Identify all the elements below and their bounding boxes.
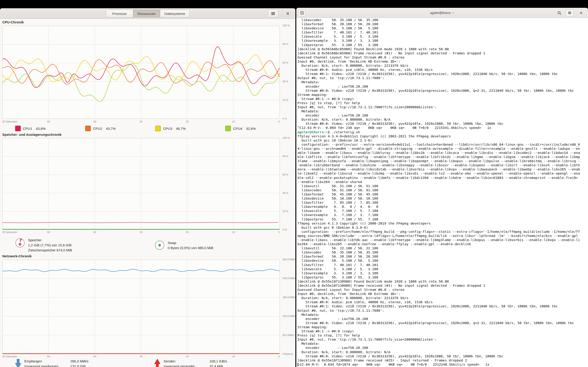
hamburger-icon (271, 12, 275, 15)
memory-section-title: Speicher- und Auslagerungschronik (2, 133, 61, 136)
new-tab-button[interactable] (298, 9, 305, 16)
terminal-line: libavformat 58. 20.100 / 58. 20.100 (297, 22, 588, 26)
terminal-line: built with gcc 10 (Debian 10.2.1-6) (297, 138, 588, 142)
terminal-menu-button[interactable] (565, 9, 574, 16)
terminal-line: Input #0, nut, from 'tcp://10.73.1.11:70… (297, 337, 588, 342)
terminal-line: eora --enable-libtwolame --enable-libvid… (297, 167, 588, 171)
y-axis-label: 240,0 MiB/s (283, 277, 295, 280)
search-button[interactable] (556, 9, 563, 16)
x-axis-label: 30 (140, 231, 142, 234)
send-label: Senden (164, 359, 207, 364)
terminal-line: 3lame --enable-libmysofa --enable-libope… (297, 159, 588, 163)
terminal-line: Duration: N/A, start: 0.000000, bitrate:… (297, 350, 588, 354)
terminal-line: Stream #0:0: Video: v210 (V210 / 0x30313… (297, 89, 588, 93)
terminal-line: libswresample 3. 3.100 / 3. 3.100 (297, 271, 588, 275)
download-arrow-icon (15, 359, 21, 367)
y-axis-label: 60,0 MiB/s (283, 334, 294, 336)
y-axis-label: 100 % (283, 24, 290, 27)
terminal-line: Metadata: (297, 313, 588, 317)
terminal-titlebar[interactable]: agsler@thorrx: ~ (296, 8, 588, 18)
shell-prompt: agsler@thorrx (297, 130, 324, 134)
terminal-line: libavcodec 58. 91.100 / 58. 91.100 (297, 188, 588, 192)
cpu-name: CPU1 (23, 127, 32, 131)
memory-usage-value: 1,2 GiB (7,7%) von 15,6 GiB (28, 243, 72, 248)
x-axis-label: 60 Sekunden (2, 231, 17, 234)
terminal-line: encoder : Lavf58.20.100 (297, 317, 588, 321)
cpu-name: CPU3 (163, 127, 172, 131)
terminal-line: ffplay version 4.3.4-0+deb11u1 Copyright… (297, 134, 588, 138)
y-axis-label: 80 % (283, 43, 288, 45)
view-tab-group: Prozesse Ressourcen Dateisysteme (106, 10, 190, 17)
swap-label: Swap (168, 240, 213, 245)
terminal-line: --enable-libass --enable-libfdk-aac --en… (297, 238, 588, 242)
send-rate: 108,1 KiB/s (209, 359, 227, 364)
terminal-close-button[interactable]: × (578, 10, 584, 16)
hamburger-icon (568, 11, 571, 14)
memory-usage-gauge-icon (15, 238, 25, 248)
upload-arrow-icon (154, 359, 160, 367)
receive-total: 132,0 GiB (70, 364, 88, 367)
terminal-line: Guessed Channel Layout for Input Stream … (297, 55, 588, 59)
close-icon: × (286, 10, 289, 17)
terminal-line: 112.04 M-V: 0.034 fd=1874 aq= 0KB vq= 0K… (297, 362, 588, 367)
terminal-line: Stream #0:0: Video: v210 (V210 / 0x30313… (297, 321, 588, 325)
tab-prozesse[interactable]: Prozesse (106, 10, 133, 17)
cpu-name: CPU4 (233, 127, 242, 131)
x-axis-label: 0 (278, 231, 280, 234)
x-axis-label: 50 (47, 231, 50, 234)
close-icon: × (580, 10, 582, 16)
x-axis-label: 40 (94, 231, 96, 234)
terminal-line: bx264 --enable-libx265 --enable-nonfree … (297, 242, 588, 246)
y-axis-label: 120,0 MiB/s (283, 315, 295, 317)
send-total: 32,4 MiB (209, 364, 227, 367)
desktop: Prozesse Ressourcen Dateisysteme × CPU-C… (0, 0, 588, 367)
y-axis-label: 0 % (283, 117, 287, 120)
terminal-content[interactable]: libavcodec 58. 35.100 / 58. 35.100 libav… (296, 18, 588, 367)
terminal-line: Stream mapping: (297, 325, 588, 329)
terminal-line: [decklink @ 0x55e18f130980] Frame receiv… (297, 358, 588, 362)
y-axis-label: 0 Bytes/s (283, 352, 293, 355)
terminal-line: libswresample 3. 3.100 / 3. 3.100 (297, 39, 588, 43)
terminal-line: Stream mapping: (297, 93, 588, 97)
x-axis-label: 0 (278, 120, 280, 123)
terminal-line: Press [q] to stop, [?] for help (297, 101, 588, 105)
close-button[interactable]: × (284, 10, 291, 17)
search-icon (557, 11, 561, 15)
network-send-legend: Senden 108,1 KiB/s Insgesamt gesendet 32… (154, 359, 227, 367)
terminal-line: libpostproc 55. 3.100 / 55. 3.100 (297, 43, 588, 47)
x-axis-label: 30 (140, 355, 142, 358)
cpu-name: CPU2 (93, 127, 102, 131)
terminal-line: --enable-libx264 --enable-shared (297, 180, 588, 184)
receive-total-label: Insgesamt empfangen (24, 364, 68, 367)
receive-label: Empfangen (24, 359, 68, 364)
y-axis-label: 40 % (283, 192, 288, 194)
tab-dateisysteme[interactable]: Dateisysteme (160, 10, 190, 17)
system-monitor-titlebar[interactable]: Prozesse Ressourcen Dateisysteme × (0, 8, 295, 19)
x-axis-label: 20 (186, 231, 189, 234)
cpu-legend-item-4: CPU432,6% (225, 126, 256, 131)
primary-menu-button[interactable] (268, 10, 278, 17)
tab-ressourcen[interactable]: Ressourcen (133, 10, 160, 17)
terminal-line: libavdevice 58. 5.100 / 58. 5.100 (297, 259, 588, 263)
terminal-line: Duration: N/A, start: 0.000000, bitrate:… (297, 117, 588, 122)
terminal-line: Input #0, decklink, from 'DeckLink HD Ex… (297, 292, 588, 296)
memory-cache-value: Zwischenspeicher 674,0 MiB (28, 248, 72, 253)
y-axis-label: 20 % (283, 99, 288, 101)
cpu-legend-item-2: CPU243,7% (85, 126, 116, 131)
x-axis-label: 20 (186, 355, 189, 358)
memory-chart (2, 138, 280, 230)
x-axis-label: 40 (94, 355, 96, 358)
terminal-window: agsler@thorrx: ~ (296, 8, 588, 367)
y-axis-label: 40 % (283, 80, 288, 83)
terminal-line: libavfilter 7. 85.100 / 7. 85.100 (297, 200, 588, 205)
cpu1-color-swatch (15, 126, 21, 131)
terminal-line: libavdevice 58. 10.100 / 58. 10.100 (297, 196, 588, 200)
x-axis-label: 40 (94, 120, 96, 123)
y-axis-label: 60 % (283, 61, 288, 64)
terminal-line: Duration: N/A, start: 0.000000, bitrate:… (297, 296, 588, 300)
terminal-line: libswscale 5. 7.100 / 5. 7.100 (297, 209, 588, 213)
terminal-line: Stream #0:0: Video: v210 (V210 / 0x30313… (297, 122, 588, 126)
network-section-title: Netzwerk-Chronik (2, 254, 32, 258)
network-y-axis: 300,0 MiB/s240,0 MiB/s180,0 MiB/s120,0 M… (283, 260, 295, 354)
terminal-line: Duration: N/A, start: 0.000000, bitrate:… (297, 64, 588, 68)
